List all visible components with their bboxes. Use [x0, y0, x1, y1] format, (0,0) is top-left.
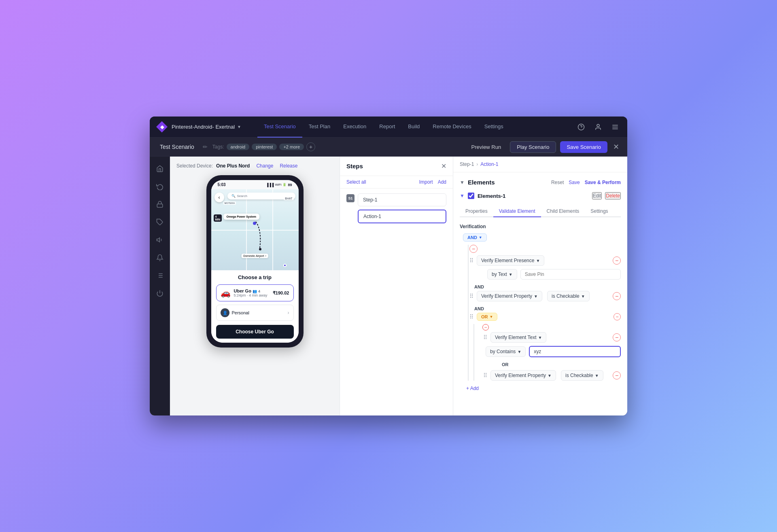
delete-element-button[interactable]: Delete [605, 192, 621, 199]
drag-handle-4[interactable]: ⠿ [483, 372, 487, 379]
remove-verify4-button[interactable]: − [613, 371, 621, 379]
verify-row-2: ⠿ Verify Element Property ▼ is Checkable… [468, 291, 621, 301]
change-device-button[interactable]: Change [256, 163, 273, 169]
tag-more[interactable]: +2 more [279, 144, 304, 150]
help-button[interactable] [575, 121, 587, 133]
ride-option[interactable]: 🚗 Uber Go 👥 4 5:24pm · 4 min away ₹190.0… [216, 284, 294, 301]
top-nav: ◆ Pinterest-Android- Exertnal ▼ Test Sce… [150, 117, 627, 138]
menu-button[interactable] [609, 121, 621, 133]
import-button[interactable]: Import [419, 179, 433, 185]
car-icon: 🚗 [221, 288, 231, 298]
verify-presence-dropdown[interactable]: Verify Element Presence ▼ [477, 255, 544, 266]
remove-verify1-button[interactable]: − [469, 245, 478, 253]
sidebar-home-icon[interactable] [153, 161, 167, 176]
add-tag-button[interactable]: + [306, 142, 315, 151]
sidebar-tag-icon[interactable] [153, 215, 167, 229]
edit-element-button[interactable]: Edit [592, 192, 602, 199]
by-contains-row: by Contains ▼ [482, 346, 621, 357]
user-button[interactable] [592, 121, 604, 133]
sidebar-bell-icon[interactable] [153, 250, 167, 265]
and-separator-1: AND [468, 283, 621, 291]
remove-or-button[interactable]: − [614, 313, 621, 320]
or-badge[interactable]: OR ▼ [477, 313, 497, 321]
steps-title: Steps [346, 163, 363, 170]
action-1-box[interactable]: Action-1 [358, 210, 446, 223]
element-name: Elements-1 [478, 193, 589, 199]
distance-badge: 4MIN [214, 214, 222, 222]
remove-verify2-button[interactable]: − [613, 292, 621, 300]
by-contains-dropdown[interactable]: by Contains ▼ [486, 346, 526, 357]
select-all-button[interactable]: Select all [346, 179, 366, 185]
release-device-button[interactable]: Release [280, 163, 297, 169]
reset-button[interactable]: Reset [551, 180, 564, 185]
tag-android[interactable]: android [227, 144, 250, 150]
save-pin-input[interactable] [520, 269, 621, 280]
ride-name: Uber Go 👥 4 [234, 288, 270, 293]
sidebar-lock-icon[interactable] [153, 197, 167, 212]
wifi-icon: WiFi [275, 183, 281, 187]
by-text-row: by Text ▼ [468, 269, 621, 280]
verify-text-dropdown[interactable]: Verify Element Text ▼ [490, 332, 546, 343]
tab-test-plan[interactable]: Test Plan [302, 117, 337, 138]
remove-or-inner-button[interactable]: − [482, 324, 489, 331]
project-selector[interactable]: Pinterest-Android- Exertnal ▼ [172, 124, 241, 130]
phone-time: 5:03 [218, 182, 226, 187]
save-scenario-button[interactable]: Save Scenario [560, 141, 607, 153]
save-elements-button[interactable]: Save [569, 180, 580, 185]
verify-property-dropdown-2[interactable]: Verify Element Property ▼ [490, 370, 556, 381]
step-1-box[interactable]: Step-1 [358, 193, 446, 206]
add-verification-button[interactable]: + Add [466, 386, 479, 391]
and-separator-2: AND [468, 305, 621, 313]
personal-row[interactable]: 👤 Personal › [216, 305, 294, 321]
drag-handle-or[interactable]: ⠿ [469, 314, 473, 320]
tab-build[interactable]: Build [401, 117, 426, 138]
close-button[interactable]: ✕ [611, 141, 621, 153]
remove-verify1-right-button[interactable]: − [613, 256, 621, 265]
battery-icon: 🔋 [282, 183, 287, 187]
preview-run-button[interactable]: Preview Run [467, 142, 506, 153]
phone-screen: 5:03 ▐▐▐ WiFi 🔋 89 [211, 180, 299, 343]
svg-marker-8 [157, 238, 159, 242]
phone-status-bar: 5:03 ▐▐▐ WiFi 🔋 89 [211, 180, 299, 189]
tab-validate-element[interactable]: Validate Element [493, 206, 541, 217]
by-text-dropdown[interactable]: by Text ▼ [487, 269, 517, 280]
tab-settings[interactable]: Settings [478, 117, 510, 138]
steps-close-button[interactable]: ✕ [441, 162, 446, 170]
remove-verify3-button[interactable]: − [613, 333, 621, 341]
tab-child-elements[interactable]: Child Elements [541, 206, 585, 217]
project-name: Pinterest-Android- Exertnal [172, 124, 235, 130]
tab-settings[interactable]: Settings [585, 206, 614, 217]
tab-test-scenario[interactable]: Test Scenario [257, 117, 302, 138]
is-checkable-dropdown-1[interactable]: is Checkable ▼ [547, 291, 590, 301]
element-collapse-icon[interactable]: ▼ [460, 193, 465, 199]
drag-handle-3[interactable]: ⠿ [483, 334, 487, 341]
drag-handle-2[interactable]: ⠿ [469, 293, 473, 299]
tab-remote-devices[interactable]: Remote Devices [426, 117, 478, 138]
verify-property-dropdown-1[interactable]: Verify Element Property ▼ [477, 291, 542, 301]
breadcrumb-action: Action-1 [480, 161, 498, 167]
drag-handle-1[interactable]: ⠿ [469, 257, 473, 264]
tag-pinterest[interactable]: pinterest [252, 144, 277, 150]
play-scenario-button[interactable]: Play Scenario [510, 141, 556, 153]
phone-content: Choose a trip 🚗 Uber Go 👥 4 5:24pm · [211, 270, 299, 343]
and-badge-1[interactable]: AND ▼ [463, 233, 487, 242]
tab-report[interactable]: Report [373, 117, 401, 138]
add-step-button[interactable]: Add [438, 179, 446, 185]
element-checkbox[interactable] [468, 193, 474, 199]
steps-panel: Steps ✕ Select all Import Add S1 Step-1 [340, 157, 453, 415]
personal-label: Personal [232, 310, 285, 315]
scenario-name[interactable]: Test Scenario [156, 142, 198, 152]
sidebar-power-icon[interactable] [153, 286, 167, 301]
save-perform-button[interactable]: Save & Perform [585, 180, 621, 185]
collapse-icon[interactable]: ▼ [460, 180, 465, 185]
sidebar-list-icon[interactable] [153, 268, 167, 283]
xyz-input[interactable] [529, 346, 621, 357]
breadcrumb: Step-1 › Action-1 [460, 161, 498, 167]
sidebar-volume-icon[interactable] [153, 233, 167, 247]
sidebar-undo-icon[interactable] [153, 179, 167, 194]
is-checkable-dropdown-2[interactable]: is Checkable ▼ [561, 370, 603, 381]
tab-execution[interactable]: Execution [337, 117, 373, 138]
tab-properties[interactable]: Properties [460, 206, 493, 217]
edit-icon[interactable]: ✏ [203, 144, 208, 150]
choose-uber-go-button[interactable]: Choose Uber Go [216, 325, 294, 339]
